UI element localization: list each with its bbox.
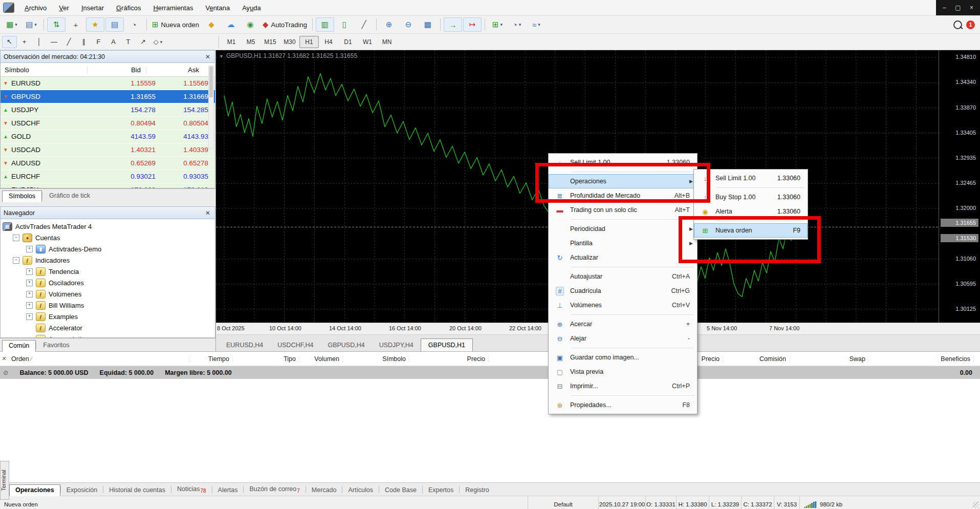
tree-item-accelerator[interactable]: ƒAccelerator (1, 322, 215, 333)
timeframe-h4[interactable]: H4 (319, 36, 338, 48)
price-axis[interactable]: 1.348101.343401.338701.334051.329351.324… (939, 50, 980, 323)
menu-item-cuadricula[interactable]: #CuadrículaCtrl+G (549, 284, 697, 298)
indicators-list-button[interactable]: ≈▾ (527, 17, 546, 32)
profiles-button[interactable]: ▤▾ (22, 17, 40, 32)
column-bid[interactable]: Bid (88, 66, 146, 74)
menu-item-trading-con-un-solo-clic[interactable]: ▬Trading con un solo clicAlt+T (549, 203, 697, 217)
menu-item-plantilla[interactable]: Plantilla▶ (549, 236, 697, 250)
terminal-tab-historial-de-cuentas[interactable]: Historial de cuentas (103, 485, 171, 496)
new-chart-button[interactable]: ▦▾ (3, 17, 21, 32)
close-icon[interactable]: ✕ (0, 355, 8, 362)
chart-shift-button[interactable]: ↦ (463, 17, 482, 32)
menu-item-alerta[interactable]: ◉Alerta1.33060 (694, 204, 808, 219)
tree-item-bill-williams[interactable]: +ƒBill Williams (1, 300, 215, 311)
notification-badge[interactable]: 1 (966, 20, 975, 29)
tree-item-indicadores[interactable]: −ƒIndicadores (1, 254, 215, 266)
menu-item-actualizar[interactable]: ↻Actualizar (549, 250, 697, 265)
menu-item-nueva-orden[interactable]: ⊞Nueva ordenF9 (694, 223, 808, 238)
menu-item-autoajustar[interactable]: AutoajustarCtrl+A (549, 269, 697, 284)
market-row-eurjpy[interactable]: ▼EURJPY178.292178.310 (1, 183, 215, 188)
column-tiempo[interactable]: Tiempo (189, 355, 233, 363)
tab-favoritos[interactable]: Favoritos (36, 340, 76, 351)
search-icon[interactable] (953, 20, 962, 29)
close-icon[interactable]: ✕ (204, 53, 212, 60)
menu-herramientas[interactable]: Herramientas (147, 1, 199, 15)
menu-item-acercar[interactable]: ⊕Acercar+ (549, 317, 697, 331)
column-tipo[interactable]: Tipo (233, 355, 299, 363)
column-beneficios-right[interactable]: Beneficios (869, 355, 974, 363)
expand-icon[interactable]: + (26, 280, 33, 286)
menu-item-periodicidad[interactable]: Periodicidad▶ (549, 222, 697, 236)
menu-item-sell-limit-1-00[interactable]: ↓Sell Limit 1.001.33060 (694, 171, 808, 185)
cloud-button[interactable]: ☁ (222, 17, 240, 32)
terminal-tab-expertos[interactable]: Expertos (423, 485, 459, 496)
terminal-tab-mercado[interactable]: Mercado (306, 485, 342, 496)
chart-tab-usdchf-h4[interactable]: USDCHF,H4 (270, 339, 320, 352)
vertical-line-tool[interactable]: │ (32, 36, 47, 48)
trendline-tool[interactable]: ╱ (61, 36, 76, 48)
menu-item-operaciones[interactable]: Operaciones▶ (549, 174, 697, 188)
menu-item-vista-previa[interactable]: ▢Vista previa (549, 365, 697, 379)
timeframe-m1[interactable]: M1 (222, 36, 241, 48)
text-tool[interactable]: A (106, 36, 121, 48)
terminal-tab-operaciones[interactable]: Operaciones (9, 484, 60, 496)
menu-item-sell-limit-1-00[interactable]: ↓Sell Limit 1.001.33060 (549, 155, 697, 169)
menu-item-buy-stop-1-00[interactable]: ↑Buy Stop 1.001.33060 (694, 190, 808, 204)
maximize-button[interactable]: ▢ (953, 4, 963, 11)
line-chart-mode-button[interactable]: ╱ (355, 17, 373, 32)
chart-tab-eurusd-h4[interactable]: EURUSD,H4 (219, 339, 270, 352)
menu-item-alejar[interactable]: ⊖Alejar- (549, 331, 697, 346)
menu-item-profundidad-de-mercado[interactable]: ≣Profundidad de MercadoAlt+B (549, 188, 697, 203)
terminal-toggle-button[interactable]: ▤ (105, 17, 124, 32)
cursor-tool[interactable]: ↖ (2, 36, 17, 48)
menu-item-guardar-como-imagen[interactable]: ▣Guardar como imagen... (549, 350, 697, 365)
menu-archivo[interactable]: Archivo (18, 1, 53, 15)
column-swap-right[interactable]: Swap (790, 355, 869, 363)
tab-comun[interactable]: Común (2, 340, 36, 352)
collapse-icon[interactable]: − (13, 257, 19, 264)
market-row-gbpusd[interactable]: ▼GBPUSD1.316551.31669 (1, 90, 215, 103)
tree-item-examples[interactable]: +ƒExamples (1, 311, 215, 322)
tree-item-osciladores[interactable]: +ƒOsciladores (1, 277, 215, 288)
data-window-button[interactable]: + (67, 17, 85, 32)
menu-ayuda[interactable]: Ayuda (236, 1, 267, 15)
navigator-toggle-button[interactable]: ★ (86, 17, 104, 32)
close-button[interactable]: × (967, 4, 977, 11)
minimize-button[interactable]: – (940, 4, 950, 11)
close-icon[interactable]: ✕ (204, 209, 212, 217)
community-button[interactable]: ◉ (241, 17, 259, 32)
timeframe-h1[interactable]: H1 (299, 36, 319, 48)
menu-ventana[interactable]: Ventana (199, 1, 236, 15)
resize-grip[interactable] (973, 502, 979, 508)
menu-ver[interactable]: Ver (53, 1, 75, 15)
arrows-tool[interactable]: ↗ (136, 36, 150, 48)
tree-item-accumulation[interactable]: ƒAccumulation (1, 333, 215, 338)
column-simbolo[interactable]: Símbolo (1, 66, 88, 74)
terminal-side-tab[interactable]: Terminal (0, 461, 9, 500)
label-tool[interactable]: T (121, 36, 136, 48)
column-simbolo[interactable]: Símbolo (343, 355, 409, 363)
tab-grafico-de-tick[interactable]: Gráfico de tick (42, 190, 97, 202)
market-watch-toggle-button[interactable]: ⇅ (47, 17, 66, 32)
expand-icon[interactable]: + (26, 302, 33, 309)
bar-chart-mode-button[interactable]: ▥ (316, 17, 334, 32)
column-orden[interactable]: Orden ∕ (8, 355, 189, 363)
horizontal-line-tool[interactable]: — (47, 36, 61, 48)
chart-tab-gbpusd-h4[interactable]: GBPUSD,H4 (320, 339, 372, 352)
shapes-tool[interactable]: ◇▾ (150, 36, 165, 48)
timeframe-w1[interactable]: W1 (358, 36, 377, 48)
autotrading-button[interactable]: ◆AutoTrading (260, 17, 309, 32)
candlestick-mode-button[interactable]: ▯ (335, 17, 354, 32)
expand-icon[interactable]: + (26, 246, 33, 252)
chart-tab-usdjpy-h4[interactable]: USDJPY,H4 (372, 339, 421, 352)
terminal-tab-buzon-de-correo[interactable]: Buzón de correo7 (244, 484, 305, 496)
timeframe-m5[interactable]: M5 (241, 36, 260, 48)
tree-item-cuentas[interactable]: −●Cuentas (1, 232, 215, 243)
expand-icon[interactable]: + (26, 268, 33, 275)
tab-simbolos[interactable]: Símbolos (2, 190, 42, 202)
new-order-button[interactable]: ⊞Nueva orden (150, 17, 201, 32)
tree-item-activtrades-demo[interactable]: +▮Activtrades-Demo (1, 243, 215, 254)
tree-item-volumenes[interactable]: +ƒVolúmenes (1, 288, 215, 300)
menu-insertar[interactable]: Insertar (75, 1, 110, 15)
auto-scroll-button[interactable]: → (444, 17, 462, 32)
